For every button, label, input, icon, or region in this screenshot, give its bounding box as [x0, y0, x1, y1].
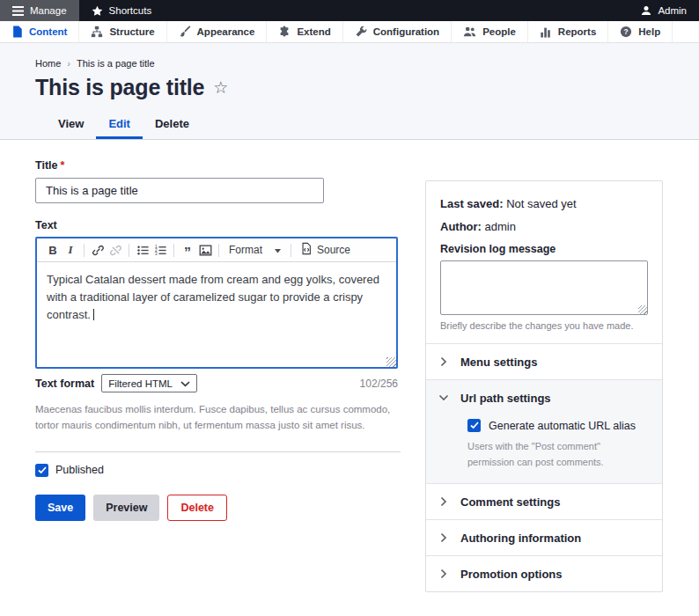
- preview-button[interactable]: Preview: [93, 495, 159, 521]
- title-label-text: Title: [35, 159, 57, 172]
- star-outline-icon[interactable]: ☆: [213, 77, 228, 98]
- menu-item-content[interactable]: Content: [0, 21, 79, 42]
- node-edit-form: Title* Text B I 123: [35, 159, 398, 521]
- wysiwyg-editor: B I 123 ”: [35, 237, 398, 369]
- menu-item-appearance[interactable]: Appearance: [167, 21, 268, 42]
- primary-tabs: View Edit Delete: [46, 109, 699, 139]
- author-label: Author:: [440, 220, 482, 233]
- url-path-settings-toggle[interactable]: Url path settings: [426, 380, 662, 415]
- menu-item-label: Appearance: [197, 26, 255, 37]
- svg-text:3: 3: [154, 251, 157, 255]
- section-menu-settings: Menu settings: [426, 343, 662, 379]
- file-icon: [11, 26, 23, 38]
- section-promotion-options: Promotion options: [426, 555, 662, 591]
- last-saved-value: Not saved yet: [506, 197, 577, 210]
- menu-item-people[interactable]: People: [452, 21, 528, 42]
- manage-menu-button[interactable]: Manage: [0, 0, 79, 21]
- url-alias-checkbox[interactable]: [467, 419, 481, 432]
- meta-sidebar: Last saved: Not saved yet Author: admin …: [425, 180, 663, 592]
- comment-settings-toggle[interactable]: Comment settings: [426, 484, 662, 519]
- menu-item-extend[interactable]: Extend: [267, 21, 342, 42]
- blockquote-icon[interactable]: ”: [179, 241, 196, 260]
- unlink-icon[interactable]: [107, 241, 124, 260]
- format-dropdown[interactable]: Format: [224, 244, 286, 256]
- breadcrumb-home-link[interactable]: Home: [35, 58, 61, 69]
- chevron-down-icon: [440, 392, 447, 403]
- source-label: Source: [317, 244, 350, 256]
- revision-log-textarea[interactable]: [440, 260, 648, 315]
- title-input[interactable]: [35, 178, 324, 203]
- people-icon: [463, 26, 476, 38]
- puzzle-icon: [278, 26, 291, 38]
- help-icon: ?: [620, 26, 632, 38]
- text-format-label: Text format: [35, 378, 94, 390]
- editor-content-area[interactable]: Typical Catalan dessert made from cream …: [37, 262, 396, 367]
- section-title: Comment settings: [460, 495, 560, 509]
- url-alias-help: Users with the "Post comment" permission…: [467, 439, 648, 470]
- admin-label: Admin: [658, 5, 687, 16]
- section-title: Promotion options: [460, 568, 563, 581]
- menu-item-label: Configuration: [373, 26, 439, 37]
- chevron-down-icon: [180, 378, 190, 389]
- breadcrumb-separator: ›: [67, 58, 70, 69]
- promotion-options-toggle[interactable]: Promotion options: [426, 556, 662, 591]
- page-title: This is page title: [35, 75, 204, 100]
- shortcuts-label: Shortcuts: [109, 5, 152, 16]
- save-button[interactable]: Save: [35, 495, 85, 521]
- shortcuts-menu-button[interactable]: Shortcuts: [79, 0, 165, 21]
- menu-item-reports[interactable]: Reports: [528, 21, 608, 42]
- url-alias-label: Generate automatic URL alias: [489, 420, 636, 432]
- page-header: Home › This is a page title This is page…: [0, 43, 699, 140]
- delete-button[interactable]: Delete: [167, 495, 227, 521]
- source-button[interactable]: Source: [296, 242, 355, 258]
- menu-item-configuration[interactable]: Configuration: [343, 21, 452, 42]
- tab-edit[interactable]: Edit: [96, 109, 143, 139]
- source-code-icon: [300, 242, 313, 258]
- revision-log-help: Briefly describe the changes you have ma…: [440, 320, 648, 331]
- admin-account-button[interactable]: Admin: [629, 0, 699, 21]
- author-value: admin: [485, 220, 516, 233]
- form-divider: [35, 451, 401, 452]
- section-title: Menu settings: [460, 356, 537, 369]
- textarea-resize-handle[interactable]: [638, 305, 647, 314]
- text-format-select[interactable]: Filtered HTML: [101, 374, 197, 392]
- section-url-path-settings: Url path settings Generate automatic URL…: [426, 379, 662, 483]
- authoring-information-toggle[interactable]: Authoring information: [426, 520, 662, 555]
- menu-item-help[interactable]: ? Help: [608, 21, 673, 42]
- image-icon[interactable]: [196, 241, 214, 260]
- topbar-spacer: [164, 0, 629, 21]
- menu-settings-toggle[interactable]: Menu settings: [426, 344, 662, 379]
- author-line: Author: admin: [440, 220, 648, 233]
- admin-toolbar: Manage Shortcuts Admin: [0, 0, 699, 21]
- bullet-list-icon[interactable]: [134, 241, 151, 260]
- brush-icon: [179, 26, 191, 38]
- svg-text:?: ?: [624, 27, 629, 36]
- required-mark: *: [60, 159, 64, 172]
- menu-item-label: Reports: [558, 26, 596, 37]
- format-label: Format: [229, 244, 262, 256]
- sitemap-icon: [91, 26, 103, 38]
- numbered-list-icon[interactable]: 123: [151, 241, 169, 260]
- caret-down-icon: [275, 244, 281, 256]
- last-saved-label: Last saved:: [440, 197, 504, 210]
- menu-item-label: People: [482, 26, 516, 37]
- tab-view[interactable]: View: [46, 109, 96, 139]
- star-icon: [92, 5, 103, 17]
- editor-text: Typical Catalan dessert made from cream …: [47, 273, 379, 321]
- text-cursor: [93, 309, 94, 320]
- toolbar-separator: [129, 244, 129, 257]
- menu-item-structure[interactable]: Structure: [79, 21, 166, 42]
- text-field-label: Text: [35, 219, 398, 231]
- editor-toolbar: B I 123 ”: [37, 238, 396, 262]
- manage-label: Manage: [30, 5, 67, 16]
- toolbar-separator: [173, 244, 174, 257]
- toolbar-separator: [291, 244, 291, 257]
- published-checkbox[interactable]: [35, 464, 48, 477]
- bold-button[interactable]: B: [44, 241, 62, 260]
- link-icon[interactable]: [89, 241, 107, 260]
- chevron-right-icon: [440, 356, 447, 367]
- editor-resize-handle[interactable]: [386, 357, 396, 367]
- tab-delete[interactable]: Delete: [143, 109, 202, 139]
- hamburger-icon: [12, 6, 24, 16]
- italic-button[interactable]: I: [62, 241, 79, 260]
